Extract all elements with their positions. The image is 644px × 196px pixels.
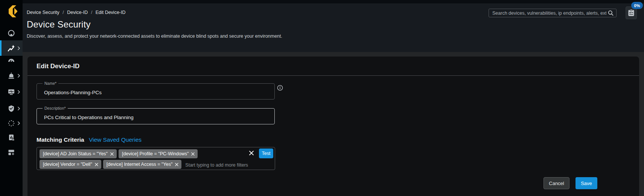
chip-close-icon[interactable]	[175, 163, 178, 166]
test-button[interactable]: Test	[259, 149, 273, 158]
info-icon[interactable]	[277, 85, 283, 91]
chevron-right-icon	[17, 121, 20, 125]
sidebar-item-shield[interactable]	[0, 101, 23, 116]
clipboard-check-icon	[628, 9, 635, 17]
sidebar-item-target[interactable]	[0, 26, 23, 41]
chevron-right-icon	[17, 74, 20, 78]
add-filter-input[interactable]	[183, 161, 262, 170]
chevron-right-icon	[17, 46, 20, 50]
view-saved-queries-link[interactable]: View Saved Queries	[89, 136, 142, 143]
monitor-pulse-icon	[8, 88, 15, 96]
filter-chip[interactable]: [device] Vendor = "Dell"	[40, 160, 101, 169]
breadcrumb-separator: /	[62, 10, 64, 15]
sidebar-item-blocks[interactable]	[0, 145, 23, 160]
sidebar-item-gauge[interactable]	[0, 53, 23, 68]
filter-chip[interactable]: [device] Internet Access = "Yes"	[103, 160, 182, 169]
sidebar-item-alarm[interactable]	[0, 68, 23, 83]
filter-chip[interactable]: [device] AD Join Status = "Yes"	[40, 149, 117, 158]
filter-chip-label: [device] Vendor = "Dell"	[43, 162, 92, 167]
search-input[interactable]	[489, 11, 608, 16]
report-icon	[8, 134, 15, 141]
filter-chip[interactable]: [device] Profile = "PC-Windows"	[119, 149, 198, 158]
sidebar-item-report[interactable]	[0, 130, 23, 145]
logo-icon	[5, 5, 18, 18]
chevron-right-icon	[17, 90, 20, 94]
breadcrumb-device-security[interactable]: Device Security	[27, 10, 59, 15]
filter-chip-label: [device] AD Join Status = "Yes"	[43, 151, 108, 156]
clear-filters-icon[interactable]	[249, 150, 254, 156]
divider	[27, 75, 639, 76]
matching-criteria-row: Matching Criteria View Saved Queries	[37, 136, 142, 143]
chevron-right-icon	[17, 107, 20, 110]
breadcrumb-separator: /	[91, 10, 92, 15]
window-top-strip	[23, 0, 644, 3]
panel-title: Edit Device-ID	[37, 63, 79, 70]
target-icon	[8, 29, 15, 37]
sidebar-item-monitor[interactable]	[0, 84, 23, 100]
sidebar-item-dotted-circle[interactable]	[0, 116, 23, 131]
main-content: Edit Device-ID Name* Description* Matchi…	[23, 52, 644, 196]
edit-device-id-panel: Edit Device-ID Name* Description* Matchi…	[27, 57, 639, 196]
save-button[interactable]: Save	[575, 177, 597, 189]
page-subtitle: Discover, assess, and protect your netwo…	[27, 34, 282, 39]
gauge-icon	[8, 57, 15, 64]
breadcrumb: Device Security / Device-ID / Edit Devic…	[27, 10, 126, 15]
filter-chip-label: [device] Internet Access = "Yes"	[107, 162, 173, 167]
chip-close-icon[interactable]	[110, 152, 114, 156]
name-field: Name*	[37, 83, 275, 100]
filter-chip-label: [device] Profile = "PC-Windows"	[122, 151, 189, 156]
alarm-icon	[8, 72, 15, 80]
page-header: Device Security / Device-ID / Edit Devic…	[23, 3, 644, 52]
filter-chips: [device] AD Join Status = "Yes" [device]…	[39, 149, 273, 170]
chip-close-icon[interactable]	[191, 152, 195, 156]
panel-actions: Cancel Save	[27, 177, 639, 189]
shield-check-icon	[8, 105, 15, 112]
search-icon[interactable]	[608, 10, 614, 16]
page-title: Device Security	[27, 19, 91, 30]
dotted-circle-icon	[8, 119, 15, 127]
cancel-button[interactable]: Cancel	[544, 177, 569, 189]
sidebar	[0, 0, 23, 196]
app-logo[interactable]	[5, 5, 18, 18]
progress-badge: 0%	[631, 2, 643, 9]
description-input[interactable]	[37, 109, 274, 124]
breadcrumb-edit-device-id[interactable]: Edit Device-ID	[96, 10, 126, 15]
description-field: Description*	[37, 108, 275, 124]
blocks-sparkle-icon	[8, 149, 15, 156]
name-input[interactable]	[37, 84, 274, 99]
matching-criteria-label: Matching Criteria	[37, 136, 84, 143]
route-icon	[7, 44, 15, 52]
breadcrumb-device-id[interactable]: Device-ID	[67, 10, 88, 15]
filter-builder: [device] AD Join Status = "Yes" [device]…	[37, 147, 275, 170]
global-search	[489, 9, 617, 17]
chip-close-icon[interactable]	[95, 163, 98, 166]
